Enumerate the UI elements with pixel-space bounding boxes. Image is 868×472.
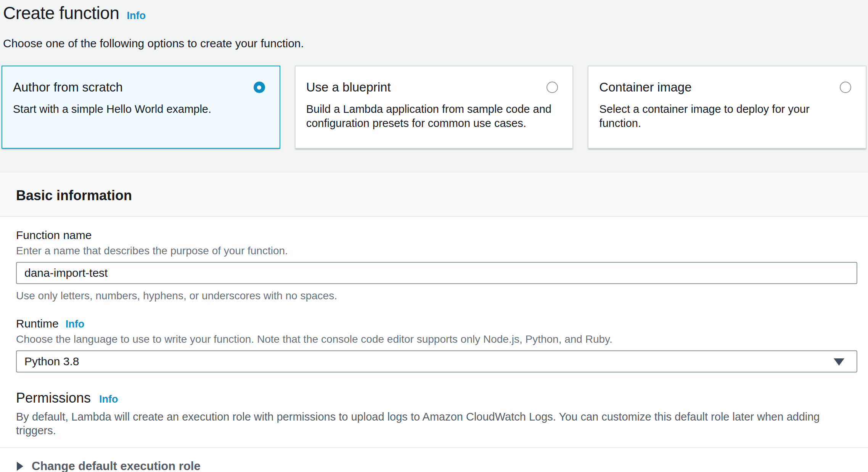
card-container-image[interactable]: Container image Select a container image… [588,66,866,149]
runtime-label: Runtime [16,317,59,331]
create-function-page: Create function Info Choose one of the f… [0,0,868,472]
radio-use-a-blueprint[interactable] [547,82,558,93]
page-title: Create function [3,3,119,23]
permissions-heading-row: Permissions Info [16,389,857,407]
radio-author-from-scratch[interactable] [254,82,265,93]
function-name-field: Function name Enter a name that describe… [16,228,857,302]
basic-information-header: Basic information [0,173,868,217]
page-subtitle: Choose one of the following options to c… [3,37,857,50]
permissions-description: By default, Lambda will create an execut… [16,410,857,437]
basic-information-body: Function name Enter a name that describe… [0,217,868,437]
permissions-info-link[interactable]: Info [99,393,118,405]
runtime-field: Runtime Info Choose the language to use … [16,317,857,372]
card-author-from-scratch[interactable]: Author from scratch Start with a simple … [2,66,280,149]
page-header: Create function Info Choose one of the f… [0,0,868,50]
expand-caret-icon [17,462,23,471]
function-name-label: Function name [16,228,92,242]
runtime-select[interactable]: Python 3.8 [16,350,857,372]
function-name-input[interactable] [16,262,857,284]
card-description: Build a Lambda application from sample c… [306,102,558,130]
function-name-constraint: Use only letters, numbers, hyphens, or u… [16,289,857,302]
radio-container-image[interactable] [840,82,851,93]
function-name-description: Enter a name that describes the purpose … [16,244,857,257]
card-title: Container image [599,79,691,96]
permissions-heading: Permissions [16,389,91,407]
creation-option-cards: Author from scratch Start with a simple … [2,66,866,149]
card-description: Select a container image to deploy for y… [599,102,851,130]
page-title-info-link[interactable]: Info [127,10,145,22]
card-description: Start with a simple Hello World example. [13,102,265,116]
runtime-selected-value: Python 3.8 [24,355,79,368]
chevron-down-icon [834,358,844,366]
card-use-a-blueprint[interactable]: Use a blueprint Build a Lambda applicati… [295,66,574,149]
basic-information-panel: Basic information Function name Enter a … [0,173,868,472]
card-title: Author from scratch [13,79,123,96]
card-title: Use a blueprint [306,79,391,96]
change-default-execution-role-label: Change default execution role [32,459,201,472]
basic-information-title: Basic information [16,187,857,204]
runtime-info-link[interactable]: Info [66,318,84,330]
runtime-description: Choose the language to use to write your… [16,333,857,346]
change-default-execution-role-toggle[interactable]: Change default execution role [0,448,868,472]
